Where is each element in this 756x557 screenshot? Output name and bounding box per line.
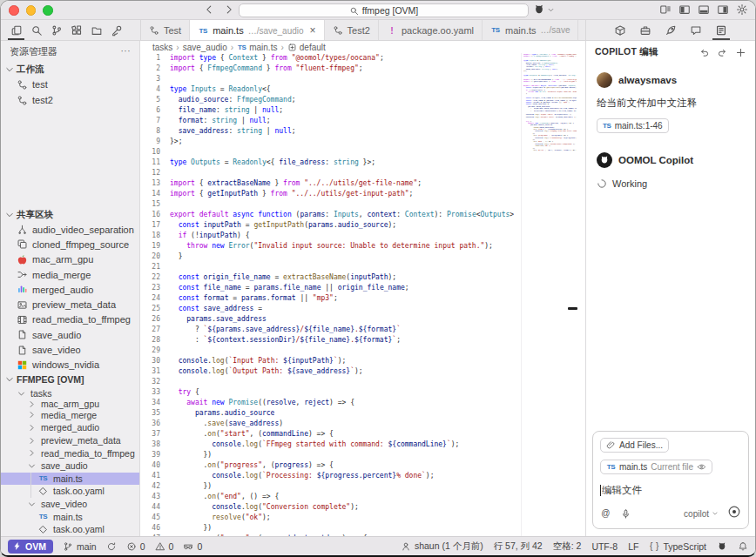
tab-Test2[interactable]: Test2: [325, 20, 379, 40]
status-indentation[interactable]: 空格: 2: [553, 540, 582, 553]
tree-item-merged_audio[interactable]: merged_audio: [1, 282, 139, 297]
tree-item-save_video[interactable]: save_video: [1, 342, 139, 357]
status-copilot-status[interactable]: [717, 541, 727, 552]
breadcrumb-item[interactable]: default: [287, 43, 326, 52]
tree-item-preview_meta_data[interactable]: preview_meta_data: [1, 297, 139, 312]
eye-icon[interactable]: [697, 462, 706, 472]
tree-item-save_audio[interactable]: save_audio: [1, 327, 139, 342]
tree-item-mac_arm_gpu[interactable]: mac_arm_gpu: [1, 400, 139, 409]
mention-icon[interactable]: @: [600, 508, 611, 520]
activity-key-icon[interactable]: [108, 20, 125, 40]
activity-source-control-icon[interactable]: [48, 20, 64, 40]
tree-item-read_media_to_ffmpeg[interactable]: read_media_to_ffmpeg: [1, 446, 139, 460]
tree-item-main.ts[interactable]: TSmain.ts: [1, 473, 139, 486]
panel-tab-rocket-icon[interactable]: [662, 20, 679, 40]
status-warning-count[interactable]: 0: [155, 541, 174, 552]
panel-tab-package-icon[interactable]: [611, 20, 629, 40]
tree-item-media_merge[interactable]: media_merge: [1, 267, 139, 282]
tree-item-mac_arm_gpu[interactable]: mac_arm_gpu: [1, 252, 139, 267]
tree-item-main.ts[interactable]: TSmain.ts: [1, 510, 139, 523]
tree-item-task.oo.yaml[interactable]: task.oo.yaml: [1, 485, 139, 498]
scrollbar-handle[interactable]: [568, 307, 577, 310]
status-git-author[interactable]: shaun (1 个月前): [401, 540, 483, 553]
chat-composer[interactable]: Add Files... TS main.ts Current file 编辑文…: [592, 431, 749, 529]
tree-item-read_media_to_ffmpeg[interactable]: read_media_to_ffmpeg: [1, 312, 139, 327]
context-file-chip[interactable]: TS main.ts Current file: [600, 460, 712, 474]
customize-layout-icon[interactable]: [659, 3, 672, 16]
tree-item-test2[interactable]: test2: [1, 92, 139, 108]
status-notifications[interactable]: [738, 541, 748, 552]
tree-item-preview_meta_data[interactable]: preview_meta_data: [1, 434, 139, 447]
status-encoding[interactable]: UTF-8: [591, 541, 618, 552]
minimize-window-button[interactable]: [26, 5, 37, 16]
breadcrumb-item[interactable]: TSmain.ts: [237, 43, 277, 52]
audio-icon: [17, 284, 28, 295]
activity-extensions-icon[interactable]: [68, 20, 84, 40]
plus-icon[interactable]: [735, 47, 746, 58]
tab-main.ts[interactable]: TSmain.ts…/save_audio×: [190, 20, 324, 40]
tree-item-merged_audio[interactable]: merged_audio: [1, 421, 139, 434]
code-line: 2import { FfmpegCommand } from "fluent-f…: [140, 64, 521, 74]
activity-folder-icon[interactable]: [88, 20, 105, 40]
breadcrumb-item[interactable]: save_audio: [183, 43, 227, 52]
code-line: 17 const inputPath = getInputPath(params…: [140, 220, 521, 231]
code-editor[interactable]: 1import type { Context } from "@oomol/ty…: [140, 53, 585, 536]
status-ovm-badge[interactable]: OVM: [8, 540, 53, 554]
close-window-button[interactable]: [9, 5, 19, 16]
status-eol[interactable]: LF: [628, 541, 638, 552]
code-line: 45 resolve("ok");: [140, 513, 521, 523]
section-header-共享区块[interactable]: 共享区块: [1, 207, 139, 222]
tree-item-windows_nvidia[interactable]: windows_nvidia: [1, 358, 139, 372]
forward-icon[interactable]: [223, 3, 235, 16]
command-center[interactable]: ffmpeg [OVM]: [239, 3, 529, 17]
status-cursor-position[interactable]: 行 57, 列 42: [494, 540, 543, 553]
sidebar-title: 资源管理器: [10, 45, 121, 58]
code-content[interactable]: 1import type { Context } from "@oomol/ty…: [140, 53, 521, 536]
tree-item-save_video[interactable]: save_video: [1, 498, 139, 511]
tree-item-cloned_ffmpeg_source[interactable]: cloned_ffmpeg_source: [1, 237, 139, 252]
activity-search-icon[interactable]: [28, 20, 44, 40]
assistant-menu[interactable]: [533, 3, 555, 16]
back-icon[interactable]: [203, 3, 215, 16]
tab-main.ts[interactable]: TSmain.ts…/save: [483, 20, 578, 40]
panel-tab-chat-icon[interactable]: [687, 20, 705, 40]
tree-item-audio_video_separation[interactable]: audio_video_separation: [1, 222, 139, 237]
layout-left-icon[interactable]: [678, 3, 691, 16]
referenced-file-chip[interactable]: TS main.ts:1-46: [597, 118, 669, 133]
status-feedback-count[interactable]: 0: [183, 541, 202, 552]
tree-item-media_merge[interactable]: media_merge: [1, 409, 139, 422]
activity-files-icon[interactable]: [8, 20, 24, 40]
tree-item-tasks[interactable]: tasks: [1, 387, 139, 400]
undo-icon[interactable]: [699, 47, 710, 58]
code-line: 21: [140, 262, 521, 272]
gear-icon[interactable]: [736, 3, 748, 16]
tab-Test[interactable]: Test: [141, 20, 190, 40]
status-git-branch[interactable]: main: [63, 541, 97, 552]
panel-tab-edit-note-icon[interactable]: [712, 20, 730, 40]
panel-tab-toolbox-icon[interactable]: [637, 20, 654, 40]
zoom-window-button[interactable]: [43, 5, 53, 16]
tree-item-task.oo.yaml[interactable]: task.oo.yaml: [1, 523, 139, 536]
chevron-right-icon: [27, 436, 37, 446]
section-header-工作流[interactable]: 工作流: [1, 62, 139, 77]
status-sync-status[interactable]: [106, 541, 117, 552]
scrollbar-gutter[interactable]: [577, 53, 585, 536]
minimap[interactable]: import type { Context } from "@oomol/typ…: [521, 53, 577, 536]
model-selector[interactable]: copilot: [684, 509, 719, 519]
tree-item-test[interactable]: test: [1, 77, 139, 92]
layout-right-icon[interactable]: [717, 3, 729, 16]
breadcrumb-item[interactable]: tasks: [152, 43, 172, 52]
status-language-mode[interactable]: { }TypeScript: [649, 541, 706, 552]
mic-icon[interactable]: [620, 508, 631, 520]
status-error-count[interactable]: 0: [126, 541, 145, 552]
close-icon[interactable]: ×: [310, 24, 316, 37]
send-button[interactable]: [727, 505, 741, 522]
chat-input[interactable]: 编辑文件: [600, 484, 741, 497]
tree-item-save_audio[interactable]: save_audio: [1, 460, 139, 473]
layout-bottom-icon[interactable]: [698, 3, 710, 16]
section-header-FFMPEG [OVM][interactable]: FFMPEG [OVM]: [1, 372, 139, 387]
redo-icon[interactable]: [717, 47, 728, 58]
more-icon[interactable]: ···: [121, 47, 132, 56]
add-files-chip[interactable]: Add Files...: [600, 438, 669, 453]
tab-package.oo.yaml[interactable]: !package.oo.yaml: [379, 20, 483, 40]
